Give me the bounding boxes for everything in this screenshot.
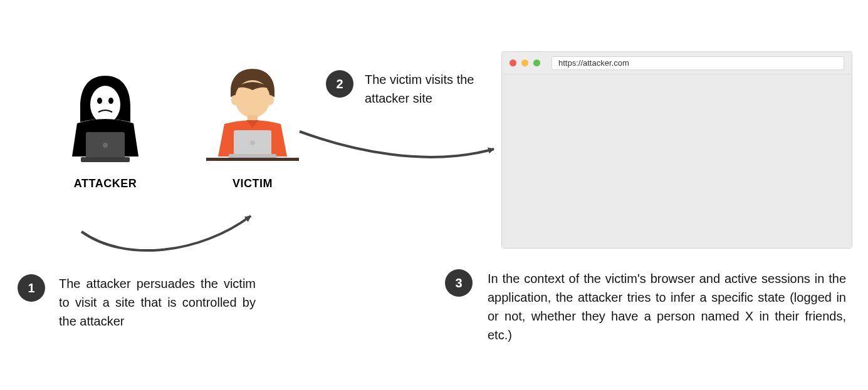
svg-rect-5 xyxy=(81,157,130,162)
step-3-badge: 3 xyxy=(445,269,473,297)
step-2: 2 The victim visits the attacker site xyxy=(326,70,489,108)
step-1-badge: 1 xyxy=(18,274,45,302)
step-1: 1 The attacker persuades the victim to v… xyxy=(18,274,256,331)
victim-icon xyxy=(202,63,303,166)
svg-point-11 xyxy=(250,140,255,145)
step-3: 3 In the context of the victim's browser… xyxy=(445,269,846,344)
victim-label: VICTIM xyxy=(202,177,303,190)
step-1-text: The attacker persuades the victim to vis… xyxy=(59,274,256,331)
attacker-label: ATTACKER xyxy=(58,177,152,190)
step-3-text: In the context of the victim's browser a… xyxy=(488,269,846,344)
window-minimize-icon xyxy=(521,59,528,66)
address-bar: https://attacker.com xyxy=(552,56,844,70)
step-2-text: The victim visits the attacker site xyxy=(365,70,489,108)
victim-figure: VICTIM xyxy=(202,63,303,190)
arrow-victim-to-browser xyxy=(300,131,494,157)
browser-body xyxy=(502,74,852,248)
attacker-icon xyxy=(65,72,146,166)
attacker-figure: ATTACKER xyxy=(58,72,152,190)
svg-point-4 xyxy=(103,143,108,148)
browser-window: https://attacker.com xyxy=(501,51,852,249)
svg-rect-12 xyxy=(229,154,276,158)
svg-point-7 xyxy=(231,95,239,105)
step-2-badge: 2 xyxy=(326,70,353,98)
window-maximize-icon xyxy=(533,59,540,66)
svg-point-1 xyxy=(97,98,102,104)
browser-titlebar: https://attacker.com xyxy=(502,52,852,74)
arrow-attacker-to-victim xyxy=(81,216,251,250)
svg-point-2 xyxy=(108,98,113,104)
svg-point-0 xyxy=(90,86,120,123)
svg-point-8 xyxy=(266,95,274,105)
svg-rect-13 xyxy=(206,158,299,161)
window-close-icon xyxy=(510,59,516,66)
